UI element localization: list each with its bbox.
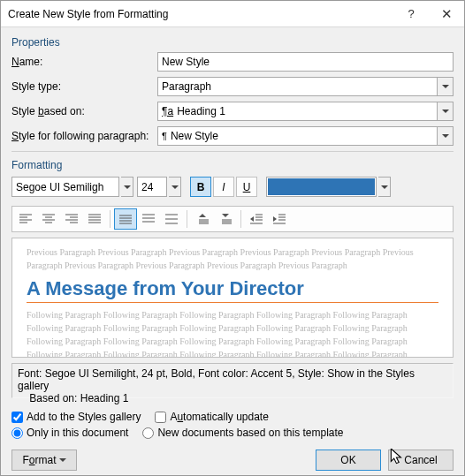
svg-marker-26 bbox=[199, 214, 206, 217]
close-button[interactable]: ✕ bbox=[429, 1, 464, 26]
svg-marker-30 bbox=[222, 214, 229, 217]
chevron-down-icon bbox=[172, 185, 179, 189]
dialog-title: Create New Style from Formatting bbox=[8, 8, 393, 20]
line-spacing-1-button[interactable] bbox=[114, 208, 137, 230]
new-documents-radio[interactable]: New documents based on this template bbox=[142, 427, 343, 439]
based-on-value: Heading 1 bbox=[177, 105, 225, 117]
chevron-down-icon bbox=[124, 185, 131, 189]
increase-indent-button[interactable] bbox=[268, 208, 291, 230]
preview-pane: Previous Paragraph Previous Paragraph Pr… bbox=[11, 238, 454, 358]
font-color-select[interactable] bbox=[266, 177, 377, 197]
formatting-section-label: Formatting bbox=[11, 157, 454, 175]
pilcrow-icon: ¶a bbox=[162, 105, 173, 117]
style-description: Font: Segoe UI Semilight, 24 pt, Bold, F… bbox=[11, 363, 454, 398]
only-in-document-radio[interactable]: Only in this document bbox=[11, 427, 128, 439]
style-type-dropdown-button[interactable] bbox=[438, 77, 454, 96]
only-in-document-input[interactable] bbox=[11, 427, 23, 439]
preview-sample-text: A Message from Your Director bbox=[27, 277, 438, 300]
preview-previous-text: Previous Paragraph Previous Paragraph Pr… bbox=[27, 246, 438, 272]
auto-update-input[interactable] bbox=[155, 412, 166, 423]
ok-button[interactable]: OK bbox=[316, 450, 381, 471]
line-spacing-2-button[interactable] bbox=[160, 208, 183, 230]
align-left-button[interactable] bbox=[14, 208, 37, 230]
decrease-indent-button[interactable] bbox=[245, 208, 268, 230]
chevron-down-icon bbox=[59, 458, 66, 462]
properties-section-label: Properties bbox=[11, 34, 454, 52]
format-button[interactable]: Format bbox=[11, 450, 77, 471]
line-spacing-1-5-button[interactable] bbox=[137, 208, 160, 230]
name-label: Name: bbox=[11, 56, 157, 68]
following-label: Style for following paragraph: bbox=[11, 130, 157, 142]
based-on-select[interactable]: ¶a Heading 1 bbox=[157, 102, 438, 121]
chevron-down-icon bbox=[442, 110, 449, 113]
chevron-down-icon bbox=[442, 85, 449, 88]
font-color-dropdown-button[interactable] bbox=[378, 177, 391, 197]
font-size-select[interactable]: 24 bbox=[137, 177, 167, 197]
style-type-value: Paragraph bbox=[162, 80, 211, 93]
based-on-label: Style based on: bbox=[11, 105, 157, 117]
align-right-button[interactable] bbox=[60, 208, 83, 230]
following-dropdown-button[interactable] bbox=[438, 126, 454, 146]
add-to-gallery-input[interactable] bbox=[11, 412, 23, 423]
help-button[interactable]: ? bbox=[393, 1, 429, 26]
description-line-2: Based on: Heading 1 bbox=[18, 392, 447, 404]
new-documents-input[interactable] bbox=[142, 427, 154, 439]
space-before-increase-button[interactable] bbox=[191, 208, 214, 230]
paragraph-toolbar bbox=[11, 206, 454, 232]
following-select[interactable]: ¶ New Style bbox=[157, 126, 438, 146]
chevron-down-icon bbox=[381, 185, 388, 189]
pilcrow-icon: ¶ bbox=[162, 131, 167, 141]
italic-button[interactable]: I bbox=[213, 177, 234, 197]
svg-marker-39 bbox=[273, 216, 277, 222]
align-center-button[interactable] bbox=[37, 208, 60, 230]
color-swatch bbox=[268, 178, 375, 195]
space-before-decrease-button[interactable] bbox=[214, 208, 237, 230]
font-name-select[interactable]: Segoe UI Semiligh bbox=[11, 177, 119, 197]
titlebar[interactable]: Create New Style from Formatting ? ✕ bbox=[1, 1, 464, 27]
preview-underline bbox=[27, 302, 438, 303]
description-line-1: Font: Segoe UI Semilight, 24 pt, Bold, F… bbox=[18, 367, 447, 392]
following-value: New Style bbox=[171, 130, 218, 142]
underline-button[interactable]: U bbox=[236, 177, 257, 197]
style-type-label: Style type: bbox=[11, 80, 157, 93]
bold-button[interactable]: B bbox=[190, 177, 211, 197]
add-to-gallery-checkbox[interactable]: Add to the Styles gallery bbox=[11, 411, 141, 423]
chevron-down-icon bbox=[442, 134, 449, 138]
preview-following-text: Following Paragraph Following Paragraph … bbox=[27, 308, 438, 358]
dialog-create-new-style: Create New Style from Formatting ? ✕ Pro… bbox=[0, 0, 465, 476]
font-toolbar: Segoe UI Semiligh 24 B I U bbox=[11, 177, 454, 197]
based-on-dropdown-button[interactable] bbox=[438, 102, 454, 121]
style-type-select[interactable]: Paragraph bbox=[157, 77, 438, 96]
name-input[interactable] bbox=[157, 52, 454, 72]
font-name-dropdown-button[interactable] bbox=[121, 177, 133, 197]
cancel-button[interactable]: Cancel bbox=[388, 450, 454, 471]
font-size-dropdown-button[interactable] bbox=[169, 177, 181, 197]
align-justify-button[interactable] bbox=[83, 208, 106, 230]
svg-marker-34 bbox=[250, 216, 254, 222]
auto-update-checkbox[interactable]: Automatically update bbox=[155, 411, 268, 423]
